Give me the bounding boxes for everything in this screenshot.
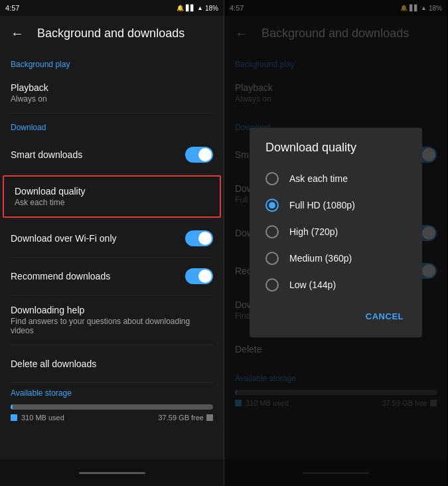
page-title-left: Background and downloads	[37, 27, 185, 40]
wifi-only-toggle[interactable]	[185, 230, 213, 246]
used-dot-left	[11, 414, 17, 421]
storage-free-left: 37.59 GB free	[159, 414, 214, 422]
option-label-full-hd: Full HD (1080p)	[289, 200, 355, 210]
smart-downloads-toggle[interactable]	[185, 147, 213, 163]
back-button-left[interactable]: ←	[11, 26, 24, 41]
download-quality-text: Download quality Ask each time	[15, 186, 86, 207]
setting-delete-downloads[interactable]: Delete all downloads	[0, 345, 224, 382]
option-label-medium: Medium (360p)	[289, 253, 352, 264]
status-bar-left: 4:57 🔔 ▋▋ ▲ 18%	[0, 0, 224, 16]
option-label-low: Low (144p)	[289, 280, 336, 290]
download-quality-subtitle: Ask each time	[15, 198, 86, 207]
help-text: Downloading help Find answers to your qu…	[11, 305, 213, 335]
playback-title: Playback	[11, 82, 48, 93]
section-background-play: Background play	[0, 50, 224, 73]
radio-low[interactable]	[265, 278, 279, 291]
storage-bar-left	[11, 404, 213, 410]
nav-line-left	[79, 472, 145, 474]
recommend-text: Recommend downloads	[11, 271, 110, 282]
wifi-icon: ▲	[197, 5, 203, 11]
notification-icon: 🔔	[177, 5, 184, 11]
radio-full-hd[interactable]	[265, 199, 279, 212]
download-quality-dialog: Download quality Ask each time Full HD (…	[250, 127, 422, 337]
storage-label-left: Available storage	[11, 388, 213, 398]
setting-download-quality[interactable]: Download quality Ask each time	[3, 175, 221, 218]
playback-text: Playback Always on	[11, 82, 48, 104]
wifi-only-text: Download over Wi-Fi only	[11, 233, 117, 244]
option-full-hd[interactable]: Full HD (1080p)	[250, 192, 422, 218]
setting-playback[interactable]: Playback Always on	[0, 73, 224, 113]
option-label-ask: Ask each time	[289, 173, 348, 184]
left-panel: 4:57 🔔 ▋▋ ▲ 18% ← Background and downloa…	[0, 0, 224, 486]
wifi-only-title: Download over Wi-Fi only	[11, 233, 117, 244]
setting-smart-downloads[interactable]: Smart downloads	[0, 136, 224, 173]
recommend-title: Recommend downloads	[11, 271, 110, 282]
divider-2	[11, 173, 213, 174]
help-title: Downloading help	[11, 305, 213, 315]
radio-ask[interactable]	[265, 172, 279, 185]
radio-medium[interactable]	[265, 252, 279, 265]
option-label-high: High (720p)	[289, 226, 338, 237]
download-quality-title: Download quality	[15, 186, 86, 197]
storage-section-left: Available storage 310 MB used 37.59 GB f…	[0, 383, 224, 432]
playback-subtitle: Always on	[11, 94, 48, 104]
delete-text: Delete all downloads	[11, 359, 96, 369]
cancel-button[interactable]: CANCEL	[358, 306, 411, 327]
status-time-left: 4:57	[5, 4, 19, 12]
storage-used-left: 310 MB used	[11, 414, 64, 422]
setting-recommend-downloads[interactable]: Recommend downloads	[0, 258, 224, 295]
dialog-title: Download quality	[250, 141, 422, 165]
smart-downloads-title: Smart downloads	[11, 149, 82, 160]
storage-bar-fill-left	[11, 404, 13, 410]
content-left: Background play Playback Always on Downl…	[0, 50, 224, 459]
free-text-left: 37.59 GB free	[159, 414, 204, 422]
setting-wifi-only[interactable]: Download over Wi-Fi only	[0, 220, 224, 257]
top-bar-left: ← Background and downloads	[0, 16, 224, 50]
dialog-actions: CANCEL	[250, 298, 422, 332]
right-panel: 4:57 🔔 ▋▋ ▲ 18% ← Background and downloa…	[224, 0, 447, 486]
bottom-bar-left	[0, 459, 224, 486]
radio-high[interactable]	[265, 225, 279, 238]
status-icons-left: 🔔 ▋▋ ▲ 18%	[177, 5, 218, 12]
option-medium[interactable]: Medium (360p)	[250, 245, 422, 272]
option-low[interactable]: Low (144p)	[250, 272, 422, 298]
setting-downloading-help[interactable]: Downloading help Find answers to your qu…	[0, 295, 224, 345]
help-subtitle: Find answers to your questions about dow…	[11, 317, 213, 335]
signal-icon: ▋▋	[186, 5, 195, 11]
smart-downloads-text: Smart downloads	[11, 149, 82, 160]
free-dot-left	[206, 414, 213, 421]
option-high[interactable]: High (720p)	[250, 218, 422, 245]
battery-left: 18%	[205, 5, 218, 12]
storage-info-left: 310 MB used 37.59 GB free	[11, 414, 213, 422]
option-ask-each-time[interactable]: Ask each time	[250, 165, 422, 192]
recommend-toggle[interactable]	[185, 268, 213, 284]
delete-title: Delete all downloads	[11, 359, 96, 369]
used-text-left: 310 MB used	[21, 414, 64, 422]
section-download: Download	[0, 114, 224, 136]
